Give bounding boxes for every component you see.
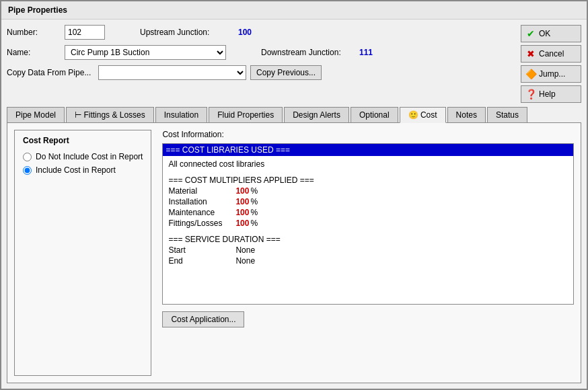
ok-label: OK: [539, 29, 550, 38]
tab-insulation[interactable]: Insulation: [155, 107, 207, 122]
tab-fittings-losses[interactable]: ⊢ Fittings & Losses: [66, 107, 154, 122]
tab-pipe-model[interactable]: Pipe Model: [7, 107, 65, 122]
tab-notes[interactable]: Notes: [447, 107, 486, 122]
fittings-label: Fittings/Losses: [168, 219, 235, 228]
material-line: Material 100 %: [166, 186, 571, 196]
copy-data-label: Copy Data From Pipe...: [7, 68, 94, 77]
tab-cost-body: Cost Report Do Not Include Cost in Repor…: [7, 123, 581, 383]
tab-status[interactable]: Status: [487, 107, 527, 122]
cost-application-button[interactable]: Cost Application...: [162, 311, 244, 327]
ok-button[interactable]: ✔ OK: [521, 25, 581, 42]
end-value: None: [235, 256, 255, 266]
include-cost-radio[interactable]: [23, 166, 32, 175]
copy-previous-button[interactable]: Copy Previous...: [250, 65, 322, 80]
number-label: Number:: [7, 28, 61, 37]
jump-label: Jump...: [539, 69, 565, 79]
start-value: None: [235, 245, 255, 255]
upstream-junction-label: Upstream Junction:: [140, 28, 234, 37]
include-cost-radio-label[interactable]: Include Cost in Report: [23, 165, 143, 175]
service-header: === SERVICE DURATION ===: [166, 234, 571, 245]
maintenance-line: Maintenance 100 %: [166, 207, 571, 218]
material-value: 100: [235, 186, 249, 196]
downstream-junction-value: 111: [359, 48, 373, 57]
cancel-label: Cancel: [539, 49, 564, 58]
maintenance-label: Maintenance: [168, 208, 235, 217]
do-not-include-radio-label[interactable]: Do Not Include Cost in Report: [23, 152, 143, 161]
cancel-button[interactable]: ✖ Cancel: [521, 45, 581, 63]
downstream-junction-label: Downstream Junction:: [261, 48, 355, 57]
title-bar: Pipe Properties: [1, 1, 587, 20]
upstream-junction-value: 100: [238, 28, 252, 37]
fittings-value: 100: [235, 219, 249, 228]
do-not-include-radio[interactable]: [23, 153, 32, 161]
end-label: End: [168, 256, 235, 266]
pipe-properties-window: Pipe Properties Number: Upstream Junctio…: [0, 0, 588, 390]
start-label: Start: [168, 245, 235, 255]
installation-line: Installation 100 %: [166, 196, 571, 207]
help-button[interactable]: ❓ Help: [521, 85, 581, 103]
material-label: Material: [168, 186, 235, 196]
cost-report-section: Cost Report Do Not Include Cost in Repor…: [14, 130, 151, 376]
cost-libraries-header: === COST LIBRARIES USED ===: [163, 144, 573, 156]
tab-bar: Pipe Model ⊢ Fittings & Losses Insulatio…: [7, 107, 581, 123]
installation-value: 100: [235, 197, 249, 206]
end-line: End None: [166, 256, 571, 266]
jump-button[interactable]: 🔶 Jump...: [521, 65, 581, 83]
window-title: Pipe Properties: [8, 5, 67, 15]
tab-fluid-properties[interactable]: Fluid Properties: [209, 107, 283, 122]
cost-info-label: Cost Information:: [162, 130, 574, 139]
copy-pipe-select[interactable]: [98, 65, 246, 80]
cost-info-section: Cost Information: === COST LIBRARIES USE…: [162, 130, 574, 376]
ok-icon: ✔: [525, 28, 536, 39]
tab-design-alerts[interactable]: Design Alerts: [284, 107, 349, 122]
name-label: Name:: [7, 48, 61, 57]
help-label: Help: [539, 89, 556, 99]
cost-report-title: Cost Report: [23, 136, 143, 145]
tab-cost[interactable]: 🙂 Cost: [400, 107, 446, 123]
maintenance-value: 100: [235, 208, 249, 217]
name-select[interactable]: Circ Pump 1B Suction: [65, 45, 226, 60]
help-icon: ❓: [525, 89, 536, 100]
multipliers-header: === COST MULTIPLIERS APPLIED ===: [166, 175, 571, 186]
number-input[interactable]: [65, 25, 105, 40]
cancel-icon: ✖: [525, 48, 536, 59]
do-not-include-label: Do Not Include Cost in Report: [36, 152, 143, 161]
connected-libraries-line: All connected cost libraries: [166, 159, 571, 169]
start-line: Start None: [166, 245, 571, 256]
include-cost-label: Include Cost in Report: [36, 165, 116, 175]
tab-optional[interactable]: Optional: [351, 107, 398, 122]
fittings-line: Fittings/Losses 100 %: [166, 218, 571, 229]
installation-label: Installation: [168, 197, 235, 206]
cost-info-box: === COST LIBRARIES USED === All connecte…: [162, 143, 574, 305]
jump-icon: 🔶: [525, 69, 536, 79]
